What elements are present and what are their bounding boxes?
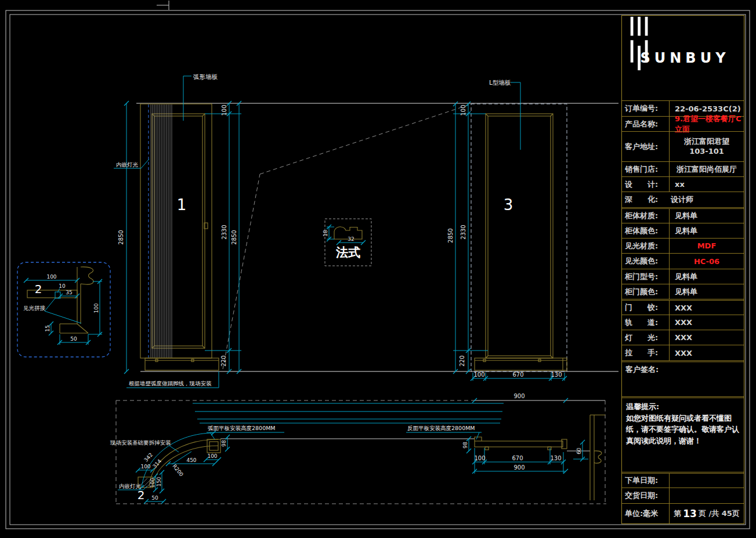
row-label: 交货日期: bbox=[622, 488, 670, 503]
seam-marker bbox=[55, 292, 60, 298]
row-label: 轨 道: bbox=[622, 315, 670, 330]
row-label: 订单编号: bbox=[622, 101, 670, 116]
dim-670-base: 670 bbox=[512, 371, 523, 378]
titleblock-row-cabinet-color: 柜体颜色: 见料单 bbox=[622, 223, 744, 238]
titleblock-row-order-date: 下单日期: bbox=[622, 472, 744, 488]
titleblock-row-detailer: 深 化: 设计师 bbox=[622, 192, 744, 207]
titleblock-row-sales-store: 销售门店: 浙江富阳尚佰展厅 bbox=[622, 161, 744, 176]
elevation-leaders bbox=[114, 76, 520, 168]
row-value: 浙江富阳尚佰展厅 bbox=[670, 162, 744, 176]
panel-1-number: 1 bbox=[177, 196, 187, 214]
corner-dim-100-top: 100 bbox=[46, 274, 56, 280]
elevation-dimension-ticks bbox=[124, 101, 567, 381]
title-block: SUNBUY 订单编号: 22-06-2533C(2) 产品名称: 9.君望一楼… bbox=[621, 15, 744, 524]
dim-450: 450 bbox=[186, 457, 196, 463]
dim-98-right: 98 bbox=[462, 442, 468, 449]
l-panel-label: L型墙板 bbox=[489, 79, 511, 86]
row-label: 门 铰: bbox=[622, 301, 670, 315]
titleblock-row-visible-material: 见光材质: MDF bbox=[622, 238, 744, 253]
section-dimension-ticks bbox=[136, 398, 585, 504]
row-value: 见料单 bbox=[670, 223, 744, 238]
row-value: 见料单 bbox=[670, 209, 744, 223]
panel-1-curved-hatch bbox=[151, 104, 172, 358]
corner-dim-50: 50 bbox=[70, 336, 77, 342]
section-panel-lines bbox=[193, 403, 504, 439]
moulding-detail-box: 18 32 法式 bbox=[323, 219, 371, 266]
row-value: XXX bbox=[670, 345, 744, 360]
corner-dim-35: 35 bbox=[66, 290, 72, 295]
moulding-style-label: 法式 bbox=[335, 245, 360, 259]
titleblock-row-cabinet-material: 柜体材质: 见料单 bbox=[622, 207, 744, 223]
row-label: 见光材质: bbox=[622, 239, 670, 253]
row-value: xx bbox=[670, 177, 744, 192]
dim-100-top-left: 100 bbox=[221, 104, 227, 115]
dim-2850-left: 2850 bbox=[118, 230, 124, 244]
titleblock-row-lighting: 灯 光: XXX bbox=[622, 330, 744, 345]
titleblock-footer: 单位:毫米 第 13 页 /共 45页 bbox=[622, 503, 744, 523]
sunbuy-logo-icon bbox=[622, 16, 659, 71]
arc-panel-label: 弧形墙板 bbox=[193, 73, 218, 80]
panel-3-number: 3 bbox=[504, 196, 513, 214]
panel-3-l-wall-panel bbox=[471, 104, 567, 371]
dim-v-100: 100 bbox=[150, 478, 155, 488]
row-value: XXX bbox=[670, 301, 744, 315]
dim-box-100: 100 bbox=[140, 464, 150, 470]
unit-label: 单位:毫米 bbox=[622, 504, 670, 523]
corner-dim-10: 10 bbox=[59, 283, 66, 289]
customer-signature-cell[interactable]: 客户签名: bbox=[622, 360, 744, 396]
arc-panel-height-label: 弧面平板安装高度2800MM bbox=[208, 425, 276, 431]
panel-3-base bbox=[475, 358, 567, 370]
dim-row-100: 100 bbox=[474, 455, 485, 461]
elevation-view: 弧形墙板 L型墙板 内嵌灯光 1 3 2850 100 2330 220 285… bbox=[114, 73, 618, 388]
dim-2330-left: 2330 bbox=[221, 225, 227, 239]
corner-detail-number: 2 bbox=[35, 282, 42, 296]
row-value: 9.君望一楼客餐厅C立面 bbox=[670, 117, 744, 131]
row-label: 深 化: bbox=[622, 192, 670, 207]
section-boundary bbox=[116, 400, 606, 504]
dim-row-130: 130 bbox=[550, 455, 561, 461]
section-wall-return bbox=[590, 415, 605, 500]
row-label: 下单日期: bbox=[622, 474, 670, 488]
dim-row-670: 670 bbox=[512, 455, 523, 461]
install-note: 现场安装基础要拆掉安装 bbox=[110, 439, 171, 446]
titleblock-row-handle: 拉 手: XXX bbox=[622, 345, 744, 360]
row-label: 灯 光: bbox=[622, 330, 670, 345]
titleblock-row-track: 轨 道: XXX bbox=[622, 315, 744, 330]
dim-60: 60 bbox=[576, 447, 582, 454]
order-date-value[interactable] bbox=[670, 474, 744, 488]
row-value: XXX bbox=[670, 315, 744, 330]
dim-220-left: 220 bbox=[220, 355, 227, 366]
signature-label: 客户签名: bbox=[625, 365, 659, 374]
titleblock-row-door-color: 柜门颜色: 见料单 bbox=[622, 284, 744, 299]
titleblock-row-delivery-date: 交货日期: bbox=[622, 488, 744, 503]
titleblock-row-designer: 设 计: xx bbox=[622, 176, 744, 192]
row-label: 客户地址: bbox=[622, 132, 670, 161]
dim-v-150: 150 bbox=[156, 476, 162, 486]
dim-98-left: 98 bbox=[221, 440, 227, 447]
row-value: 浙江富阳君望 103-101 bbox=[670, 132, 744, 161]
french-moulding-ornament bbox=[81, 267, 93, 284]
dim-r200: R200 bbox=[171, 463, 184, 478]
dim-130-base: 130 bbox=[551, 371, 562, 378]
dim-cap-100: 100 bbox=[207, 453, 217, 459]
back-panel-height-label: 反面平板安装高度2800MM bbox=[407, 425, 475, 431]
projection-lines bbox=[223, 104, 470, 369]
page-indicator: 第 13 页 /共 45页 bbox=[670, 504, 744, 523]
row-label: 见光颜色: bbox=[622, 254, 670, 269]
notice-body: 如您对图纸有疑问或者看不懂图纸，请不要签字确认。敬请客户认真阅读此说明，谢谢！ bbox=[626, 413, 740, 447]
section-leaders bbox=[118, 432, 482, 490]
dim-100-top-right: 100 bbox=[460, 104, 466, 115]
row-label: 柜门颜色: bbox=[622, 284, 670, 299]
row-value: 见料单 bbox=[670, 284, 744, 299]
row-label: 拉 手: bbox=[622, 345, 670, 360]
dim-row-900: 900 bbox=[513, 464, 525, 471]
seam-label: 见光拼接 bbox=[23, 305, 46, 311]
row-label: 柜体材质: bbox=[622, 209, 670, 223]
dim-50: 50 bbox=[151, 495, 158, 501]
logo-cell: SUNBUY bbox=[622, 16, 744, 100]
corner-detail-drawing bbox=[27, 267, 93, 333]
row-value: XXX bbox=[670, 330, 744, 345]
delivery-date-value[interactable] bbox=[670, 488, 744, 503]
row-value: HC-06 bbox=[670, 254, 744, 269]
titleblock-row-product-name: 产品名称: 9.君望一楼客餐厅C立面 bbox=[622, 116, 744, 131]
